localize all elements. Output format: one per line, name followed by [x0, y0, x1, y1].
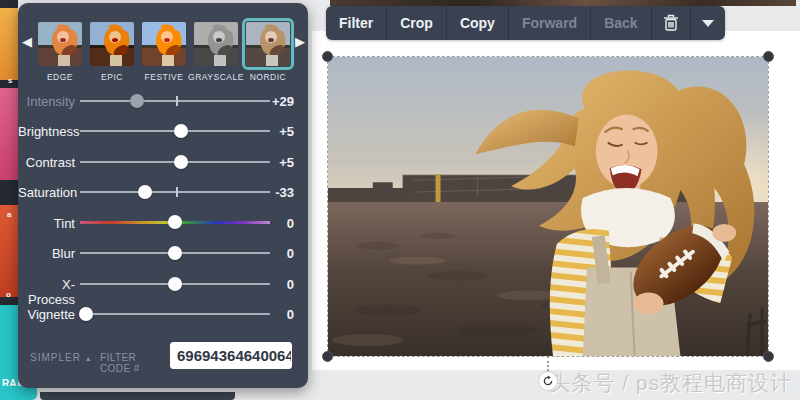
slider-default-tick: [176, 187, 178, 197]
thumbnails-prev-button[interactable]: ◀: [22, 35, 32, 48]
slider-track[interactable]: [80, 283, 270, 285]
rotate-handle[interactable]: [538, 371, 558, 391]
caret-down-icon: [702, 20, 714, 27]
filter-thumbnail-edge[interactable]: EDGE: [38, 22, 82, 82]
slider-thumb[interactable]: [168, 215, 182, 229]
slider-label: Contrast: [18, 155, 75, 170]
resize-handle-bottom-right[interactable]: [763, 351, 774, 362]
slider-label: X-Process: [18, 277, 75, 307]
slider-label: Intensity: [18, 94, 75, 109]
simpler-label: SIMPLER: [30, 352, 81, 363]
slider-label: Saturation: [18, 185, 75, 200]
slider-value: 0: [268, 216, 294, 231]
sidebar-label-fragment: s: [8, 76, 12, 85]
sidebar-label-fragment: o: [6, 290, 11, 299]
back-button: Back: [590, 6, 650, 40]
slider-value: +29: [268, 94, 294, 109]
slider-row-contrast: Contrast +5: [18, 154, 308, 170]
rotate-icon: [542, 375, 554, 387]
slider-track[interactable]: [80, 100, 270, 102]
slider-default-tick: [176, 96, 178, 106]
filter-thumbnail-nordic[interactable]: NORDIC: [246, 22, 290, 82]
photo-editor: 头条号 / ps教程电商设计 s a o RA Filter Crop Copy…: [0, 0, 800, 400]
slider-label: Vignette: [18, 307, 75, 322]
slider-value: +5: [268, 155, 294, 170]
slider-label: Brightness: [18, 124, 75, 139]
slider-row-blur: Blur 0: [18, 245, 308, 261]
slider-track[interactable]: [80, 161, 270, 163]
slider-thumb[interactable]: [79, 307, 93, 321]
slider-value: +5: [268, 124, 294, 139]
resize-handle-top-left[interactable]: [322, 51, 333, 62]
collapse-arrow-icon: ▲: [85, 355, 93, 362]
filter-thumbnail-grayscale[interactable]: GRAYSCALE: [194, 22, 238, 82]
delete-button[interactable]: [651, 6, 690, 40]
simpler-toggle[interactable]: SIMPLER ▲: [30, 352, 93, 363]
slider-track[interactable]: [80, 252, 270, 254]
slider-row-xprocess: X-Process 0: [18, 276, 308, 292]
slider-thumb[interactable]: [168, 277, 182, 291]
slider-track[interactable]: [80, 221, 270, 224]
filter-preview-image: [90, 22, 134, 66]
filter-thumbnail-epic[interactable]: EPIC: [90, 22, 134, 82]
sidebar-thumbnails-strip: s a o RA: [0, 0, 18, 400]
filter-preview-image: [38, 22, 82, 66]
slider-value: -33: [268, 185, 294, 200]
slider-row-intensity: Intensity +29: [18, 93, 308, 109]
slider-track[interactable]: [80, 191, 270, 193]
slider-row-brightness: Brightness +5: [18, 123, 308, 139]
context-toolbar: Filter Crop Copy Forward Back: [326, 6, 725, 40]
slider-row-saturation: Saturation -33: [18, 184, 308, 200]
slider-label: Tint: [18, 216, 75, 231]
background-tab-strip: [40, 392, 235, 400]
trash-icon: [663, 14, 679, 32]
copy-button[interactable]: Copy: [446, 6, 508, 40]
slider-track[interactable]: [80, 313, 270, 315]
selected-image-frame[interactable]: [327, 56, 769, 357]
resize-handle-top-right[interactable]: [763, 51, 774, 62]
sidebar-card-teal-footer[interactable]: [0, 386, 37, 400]
watermark-text: 头条号 / ps教程电商设计: [549, 369, 792, 397]
slider-thumb[interactable]: [138, 185, 152, 199]
filter-preview-image: [246, 22, 290, 66]
resize-handle-bottom-left[interactable]: [322, 351, 333, 362]
slider-track[interactable]: [80, 130, 270, 132]
sidebar-card-pink[interactable]: [0, 88, 18, 180]
slider-thumb[interactable]: [130, 94, 144, 108]
sidebar-label-fragment: a: [7, 210, 11, 219]
more-options-button[interactable]: [690, 6, 725, 40]
slider-value: 0: [268, 277, 294, 292]
slider-thumb[interactable]: [174, 155, 188, 169]
beach-photo[interactable]: [328, 57, 768, 356]
slider-thumb[interactable]: [174, 124, 188, 138]
filter-thumbnail-label: NORDIC: [236, 72, 300, 82]
slider-thumb[interactable]: [168, 246, 182, 260]
filter-code-input[interactable]: [170, 342, 292, 369]
slider-label: Blur: [18, 246, 75, 261]
slider-value: 0: [268, 246, 294, 261]
sidebar-card-orange[interactable]: [0, 8, 18, 80]
filter-panel: ◀ ▶ EDGE EPIC FESTIVE GRAYSCALE NORDIC I…: [18, 3, 308, 388]
filter-button[interactable]: Filter: [326, 6, 386, 40]
thumbnails-next-button[interactable]: ▶: [295, 35, 305, 48]
crop-button[interactable]: Crop: [386, 6, 446, 40]
slider-row-vignette: Vignette 0: [18, 306, 308, 322]
filter-preview-image: [194, 22, 238, 66]
filter-preview-image: [142, 22, 186, 66]
filter-thumbnail-festive[interactable]: FESTIVE: [142, 22, 186, 82]
slider-value: 0: [268, 307, 294, 322]
slider-row-tint: Tint 0: [18, 215, 308, 231]
filter-code-label: FILTER CODE #: [100, 352, 164, 374]
forward-button: Forward: [508, 6, 590, 40]
rotate-connector: [547, 356, 549, 371]
